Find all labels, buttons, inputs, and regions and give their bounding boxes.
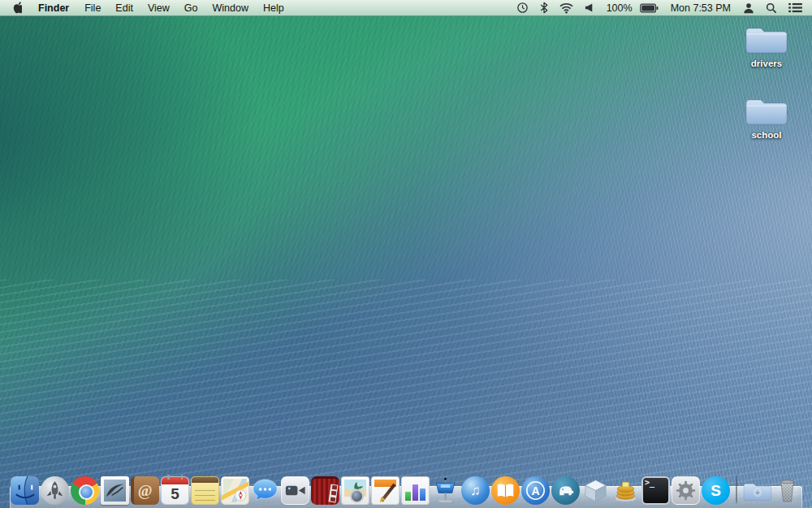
desktop-folder-school[interactable]: school bbox=[732, 93, 801, 140]
menu-bar-clock[interactable]: Mon 7:53 PM bbox=[664, 0, 737, 15]
terminal-icon: >_ bbox=[641, 476, 670, 505]
dock-skype[interactable]: S bbox=[702, 476, 730, 505]
battery-percentage[interactable]: 100% bbox=[601, 0, 638, 15]
bluetooth-icon[interactable] bbox=[534, 0, 554, 15]
wifi-icon[interactable] bbox=[554, 0, 579, 15]
maps-icon bbox=[221, 476, 249, 505]
dock-mamp[interactable] bbox=[551, 476, 580, 505]
dock-items: @ 5 ♫ bbox=[6, 472, 806, 508]
skype-glyph: S bbox=[702, 476, 730, 505]
skype-icon: S bbox=[702, 476, 730, 505]
finder-icon bbox=[11, 476, 39, 505]
dock-launchpad[interactable] bbox=[41, 476, 69, 505]
dock-mail[interactable] bbox=[101, 476, 129, 505]
downloads-icon bbox=[743, 476, 771, 505]
menu-bar: Finder FileEditViewGoWindowHelp 1 bbox=[0, 0, 812, 16]
battery-icon[interactable] bbox=[638, 0, 664, 15]
dock-downloads[interactable] bbox=[743, 476, 771, 505]
folder-icon bbox=[743, 93, 790, 128]
sysprefs-icon bbox=[672, 476, 700, 505]
dock: @ 5 ♫ bbox=[0, 469, 812, 508]
iphoto-icon bbox=[341, 476, 369, 505]
dock-terminal[interactable]: >_ bbox=[641, 476, 670, 505]
dock-iphoto[interactable] bbox=[341, 476, 369, 505]
apple-menu[interactable] bbox=[0, 0, 30, 15]
dock-messages[interactable] bbox=[251, 476, 279, 505]
dock-finder[interactable] bbox=[11, 476, 39, 505]
messages-icon bbox=[251, 476, 279, 505]
ibooks-icon bbox=[491, 476, 520, 505]
folder-icon bbox=[743, 21, 790, 57]
desktop-folder-label: drivers bbox=[751, 59, 782, 68]
calendar-day: 5 bbox=[162, 484, 188, 504]
dock-notes[interactable] bbox=[191, 476, 219, 505]
trash-icon bbox=[773, 476, 801, 505]
dock-itunes[interactable]: ♫ bbox=[461, 476, 490, 505]
time-machine-icon[interactable] bbox=[511, 0, 534, 15]
pages-icon bbox=[371, 476, 400, 505]
dock-maps[interactable] bbox=[221, 476, 249, 505]
menu-file[interactable]: File bbox=[77, 0, 108, 15]
dock-sysprefs[interactable] bbox=[672, 476, 700, 505]
dock-appstore[interactable]: A bbox=[521, 476, 550, 505]
apple-logo-icon bbox=[11, 2, 22, 14]
cube-icon bbox=[581, 476, 610, 505]
dock-chrome[interactable] bbox=[71, 476, 99, 505]
desktop-screen: Finder FileEditViewGoWindowHelp 1 bbox=[0, 0, 812, 508]
desktop-folder-drivers[interactable]: drivers bbox=[732, 21, 801, 68]
appstore-icon: A bbox=[521, 476, 550, 505]
numbers-icon bbox=[401, 476, 430, 505]
menu-items: FileEditViewGoWindowHelp bbox=[77, 0, 291, 15]
notes-icon bbox=[191, 476, 219, 505]
itunes-icon: ♫ bbox=[461, 476, 490, 505]
dock-divider bbox=[736, 472, 737, 505]
user-icon[interactable] bbox=[737, 0, 760, 15]
menu-bar-left: Finder FileEditViewGoWindowHelp bbox=[0, 0, 292, 15]
wallpaper bbox=[0, 0, 812, 508]
dock-contacts[interactable]: @ bbox=[131, 476, 159, 505]
menu-bar-status: 100% Mon 7:53 PM bbox=[511, 0, 812, 15]
terminal-prompt-glyph: >_ bbox=[645, 478, 654, 487]
menu-help[interactable]: Help bbox=[256, 0, 292, 15]
dock-ibooks[interactable] bbox=[491, 476, 520, 505]
dock-trash[interactable] bbox=[773, 476, 801, 505]
dock-sequelpro[interactable] bbox=[611, 476, 640, 505]
dock-facetime[interactable] bbox=[281, 476, 309, 505]
mamp-icon bbox=[551, 476, 580, 505]
facetime-icon bbox=[281, 476, 309, 505]
spotlight-icon[interactable] bbox=[760, 0, 783, 15]
photobooth-icon bbox=[311, 476, 339, 505]
menu-window[interactable]: Window bbox=[205, 0, 255, 15]
dock-calendar[interactable]: 5 bbox=[161, 476, 189, 505]
itunes-note-glyph: ♫ bbox=[461, 476, 490, 505]
contacts-icon: @ bbox=[131, 476, 159, 505]
notification-center-icon[interactable] bbox=[783, 0, 804, 15]
dock-photobooth[interactable] bbox=[311, 476, 339, 505]
chrome-center bbox=[79, 484, 94, 500]
menu-edit[interactable]: Edit bbox=[108, 0, 140, 15]
menu-finder[interactable]: Finder bbox=[30, 0, 77, 15]
desktop-folder-label: school bbox=[751, 130, 781, 140]
dock-numbers[interactable] bbox=[401, 476, 430, 505]
dock-cube[interactable] bbox=[581, 476, 610, 505]
chrome-icon bbox=[71, 476, 99, 505]
menu-go[interactable]: Go bbox=[177, 0, 205, 15]
appstore-glyph: A bbox=[521, 476, 550, 505]
calendar-icon: 5 bbox=[161, 476, 189, 505]
menu-view[interactable]: View bbox=[140, 0, 177, 15]
contacts-glyph: @ bbox=[131, 476, 159, 505]
keynote-icon bbox=[431, 476, 460, 505]
mail-icon bbox=[101, 476, 129, 505]
volume-icon[interactable] bbox=[579, 0, 601, 15]
dock-keynote[interactable] bbox=[431, 476, 460, 505]
launchpad-icon bbox=[41, 476, 69, 505]
dock-pages[interactable] bbox=[371, 476, 400, 505]
sequelpro-icon bbox=[611, 476, 640, 505]
